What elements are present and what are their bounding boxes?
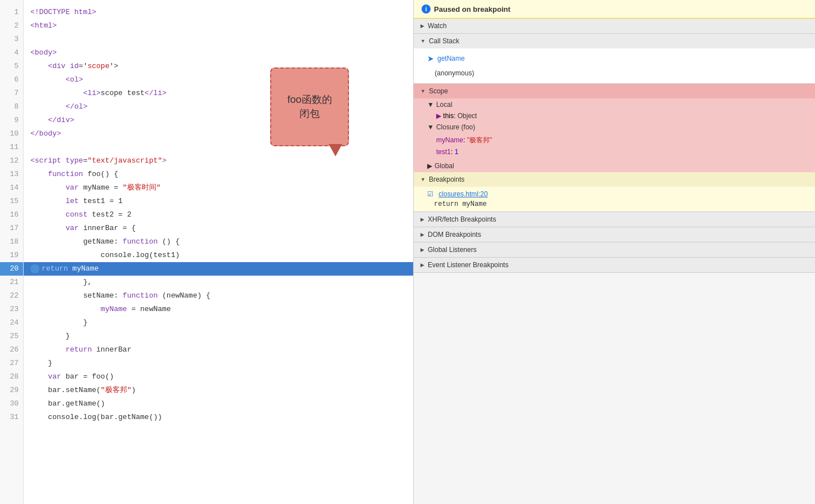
code-line-14: var myName = "极客时间" [24,181,413,195]
code-line-29: bar.setName("极客邦") [24,384,413,397]
xhr-triangle: ▶ [420,217,424,222]
scope-header[interactable]: ▼ Scope [414,84,815,98]
code-line-13: function foo() { [24,168,413,181]
code-line-27: } [24,357,413,370]
call-stack-triangle: ▼ [420,38,426,44]
code-line-9: </div> [24,114,413,127]
code-line-8: </ol> [24,100,413,114]
event-listener-header[interactable]: ▶ Event Listener Breakpoints [414,258,815,272]
line-num-1: 1 [0,6,23,19]
xhr-breakpoints-section: ▶ XHR/fetch Breakpoints [414,212,815,227]
code-line-30: bar.getName() [24,397,413,411]
scope-section: ▼ Scope ▼ Local ▶ this: Object ▼ Closure… [414,84,815,172]
code-line-26: return innerBar [24,343,413,357]
code-line-20-active: return myName [24,262,413,276]
scope-local-items: ▶ this: Object [414,111,815,121]
watch-header[interactable]: ▶ Watch [414,19,815,33]
line-num-7: 7 [0,87,23,100]
scope-content: ▼ Local ▶ this: Object ▼ Closure (foo) m… [414,98,815,172]
xhr-breakpoints-header[interactable]: ▶ XHR/fetch Breakpoints [414,212,815,227]
gl-triangle: ▶ [420,247,424,253]
code-line-15: let test1 = 1 [24,195,413,208]
line-num-23: 23 [0,303,23,316]
local-label: Local [436,101,453,109]
line-num-16: 16 [0,208,23,222]
code-line-10: </body> [24,127,413,141]
line-num-24: 24 [0,316,23,330]
code-line-7: <li>scope test</li> [24,87,413,100]
scope-global-header[interactable]: ▶ Global [414,160,815,172]
scope-closure-header[interactable]: ▼ Closure (foo) [414,121,815,133]
call-stack-section: ▼ Call Stack ➤ getName (anonymous) [414,34,815,84]
global-triangle: ▶ [427,162,432,170]
breakpoints-header[interactable]: ▼ Breakpoints [414,172,815,187]
code-line-18: getName: function () { [24,235,413,249]
foo-closure-callout: foo函数的 闭包 [270,68,349,146]
line-num-4: 4 [0,46,23,60]
line-num-14: 14 [0,181,23,195]
closure-label: Closure (foo) [436,123,475,131]
active-frame-arrow: ➤ [427,52,434,65]
line-numbers: 1 2 3 4 5 6 7 8 9 10 11 12 13 14 15 16 1… [0,0,24,504]
frame-anonymous-label: (anonymous) [427,69,474,77]
line-num-12: 12 [0,154,23,168]
code-line-4: <body> [24,46,413,60]
bp-code-text: return myName [434,200,487,208]
code-line-22: setName: function (newName) { [24,289,413,303]
info-icon: i [422,4,431,14]
scope-triangle: ▼ [420,88,426,94]
line-num-21: 21 [0,276,23,289]
callout-text: foo函数的 闭包 [287,93,332,121]
line-num-9: 9 [0,114,23,127]
scope-label: Scope [429,87,448,95]
line-num-31: 31 [0,411,23,424]
devtools-panel: i Paused on breakpoint ▶ Watch ▼ Call St… [414,0,815,504]
line-num-8: 8 [0,100,23,114]
line-num-20-active: 20 [0,262,23,276]
code-line-2: <html> [24,19,413,33]
global-listeners-header[interactable]: ▶ Global Listeners [414,242,815,257]
line-num-27: 27 [0,357,23,370]
elb-label: Event Listener Breakpoints [428,261,508,269]
closure-triangle: ▼ [427,123,434,131]
scope-local-header[interactable]: ▼ Local [414,98,815,111]
line-num-13: 13 [0,168,23,181]
watch-label: Watch [428,22,447,30]
breakpoint-dot [30,264,39,273]
line-num-25: 25 [0,330,23,343]
code-line-6: <ol> [24,73,413,87]
bp-code-line: return myName [414,199,815,209]
code-line-5: <div id='scope'> [24,60,413,73]
call-stack-frame-anonymous[interactable]: (anonymous) [414,66,815,80]
line-num-17: 17 [0,222,23,235]
code-line-21: }, [24,276,413,289]
line-num-29: 29 [0,384,23,397]
code-content: <!DOCTYPE html> <html> <body> <div id='s… [24,0,413,504]
dom-triangle: ▶ [420,232,424,237]
line-num-19: 19 [0,249,23,262]
code-line-17: var innerBar = { [24,222,413,235]
breakpoints-section: ▼ Breakpoints ☑ closures.html:20 return … [414,172,815,212]
code-line-31: console.log(bar.getName()) [24,411,413,424]
line-num-3: 3 [0,33,23,46]
breakpoints-content: ☑ closures.html:20 return myName [414,187,815,212]
bp-item-1[interactable]: ☑ closures.html:20 [414,189,815,199]
call-stack-frame-getname[interactable]: ➤ getName [414,51,815,66]
this-key: this [443,112,454,120]
bp-filename: closures.html:20 [438,190,487,198]
code-line-25: } [24,330,413,343]
frame-getname-label: getName [437,53,465,64]
watch-triangle: ▶ [420,23,424,29]
call-stack-header[interactable]: ▼ Call Stack [414,34,815,48]
global-listeners-section: ▶ Global Listeners [414,242,815,258]
gl-label: Global Listeners [428,246,477,254]
bp-label: Breakpoints [429,176,464,183]
scope-closure-items: myName: "极客邦" test1: 1 [414,133,815,160]
dom-breakpoints-header[interactable]: ▶ DOM Breakpoints [414,227,815,242]
dom-breakpoints-section: ▶ DOM Breakpoints [414,227,815,242]
local-triangle: ▼ [427,101,434,109]
myname-item: myName: "极客邦" [436,134,792,147]
call-stack-label: Call Stack [429,37,459,45]
elb-triangle: ▶ [420,262,424,268]
code-line-19: console.log(test1) [24,249,413,262]
